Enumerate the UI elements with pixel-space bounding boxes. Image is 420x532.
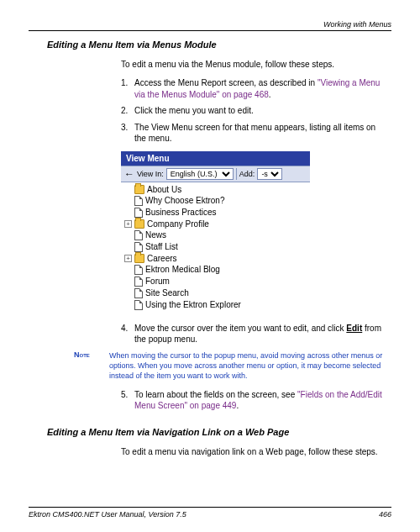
step-1: 1. Access the Menu Report screen, as des… xyxy=(121,77,383,100)
tree-item-label: Ektron Medical Blog xyxy=(145,265,220,274)
tree-spacer xyxy=(124,289,132,297)
tree-spacer xyxy=(124,243,132,250)
tree-item-label: Site Search xyxy=(145,288,189,298)
page-icon xyxy=(134,230,143,240)
section-title-2: Editing a Menu Item via Navigation Link … xyxy=(47,427,391,437)
page-footer: Ektron CMS400.NET User Manual, Version 7… xyxy=(29,507,391,519)
toolbar-divider xyxy=(236,168,237,180)
step2-text: Click the menu you want to edit. xyxy=(134,105,383,117)
tree-item-label: Staff List xyxy=(145,242,178,251)
page-icon xyxy=(134,277,143,287)
step-number: 1. xyxy=(121,77,134,100)
footer-left: Ektron CMS400.NET User Manual, Version 7… xyxy=(29,510,186,519)
expand-icon[interactable]: + xyxy=(124,255,132,262)
note-text: When moving the cursor to the popup menu… xyxy=(109,350,391,381)
step-number: 2. xyxy=(121,105,134,117)
view-menu-toolbar: ← View In: English (U.S.) Add: -sele xyxy=(121,166,310,182)
tree-spacer xyxy=(124,231,132,239)
folder-icon xyxy=(134,185,144,194)
view-menu-screenshot: View Menu ← View In: English (U.S.) Add:… xyxy=(121,151,310,314)
step1-text-post: . xyxy=(269,90,271,99)
step3-text: The View Menu screen for that menu appea… xyxy=(134,122,383,145)
step-3: 3. The View Menu screen for that menu ap… xyxy=(121,122,383,145)
expand-icon[interactable]: + xyxy=(124,220,132,228)
tree-item[interactable]: Staff List xyxy=(124,241,307,253)
view-in-label: View In: xyxy=(137,170,164,178)
tree-spacer xyxy=(124,301,132,308)
tree-item[interactable]: News xyxy=(124,229,307,241)
footer-page-number: 466 xyxy=(379,510,391,519)
folder-icon xyxy=(134,219,144,229)
step5-text-pre: To learn about the fields on the screen,… xyxy=(134,390,297,399)
page-icon xyxy=(134,208,143,218)
menu-tree: About UsWhy Choose Ektron?Business Pract… xyxy=(121,182,310,314)
tree-item-label: News xyxy=(145,230,166,240)
page-icon xyxy=(134,265,143,275)
running-header: Working with Menus xyxy=(29,20,391,29)
tree-item-label: Business Practices xyxy=(145,208,216,217)
section-title-1: Editing a Menu Item via Menus Module xyxy=(47,40,391,50)
step-number: 3. xyxy=(121,122,134,145)
tree-item[interactable]: About Us xyxy=(124,184,307,195)
step-number: 5. xyxy=(121,389,134,412)
tree-spacer xyxy=(124,266,132,273)
tree-item-label: Company Profile xyxy=(147,219,209,229)
page-icon xyxy=(134,242,143,252)
language-select[interactable]: English (U.S.) xyxy=(166,168,234,180)
page-icon xyxy=(134,288,143,298)
section1-intro: To edit a menu via the Menus module, fol… xyxy=(121,60,383,69)
note-block: Note When moving the cursor to the popup… xyxy=(29,350,391,381)
add-label: Add: xyxy=(239,170,255,178)
step-4: 4. Move the cursor over the item you wan… xyxy=(121,323,383,345)
tree-item-label: Careers xyxy=(147,254,177,263)
step1-text-pre: Access the Menu Report screen, as descri… xyxy=(134,78,318,87)
note-label: Note xyxy=(29,350,109,381)
folder-icon xyxy=(134,254,144,263)
view-menu-title: View Menu xyxy=(121,151,310,166)
tree-spacer xyxy=(124,208,132,216)
step4-text-pre: Move the cursor over the item you want t… xyxy=(134,324,346,333)
add-select[interactable]: -sele xyxy=(257,168,282,180)
step-2: 2. Click the menu you want to edit. xyxy=(121,105,383,117)
tree-item[interactable]: Site Search xyxy=(124,287,307,299)
tree-item-label: Forum xyxy=(145,277,170,286)
tree-item[interactable]: Using the Ektron Explorer xyxy=(124,299,307,311)
header-rule xyxy=(29,30,391,31)
tree-spacer xyxy=(124,186,132,193)
tree-item-label: Using the Ektron Explorer xyxy=(145,300,241,309)
tree-item-label: About Us xyxy=(147,185,181,194)
step-number: 4. xyxy=(121,323,134,345)
back-arrow-icon[interactable]: ← xyxy=(124,169,134,179)
tree-item[interactable]: +Company Profile xyxy=(124,219,307,229)
tree-item[interactable]: Business Practices xyxy=(124,207,307,219)
page-icon xyxy=(134,196,143,206)
tree-spacer xyxy=(124,277,132,285)
step4-edit-word: Edit xyxy=(346,324,362,333)
tree-item[interactable]: Forum xyxy=(124,276,307,287)
tree-item[interactable]: +Careers xyxy=(124,253,307,264)
tree-item[interactable]: Ektron Medical Blog xyxy=(124,264,307,276)
step5-text-post: . xyxy=(236,401,239,410)
tree-item[interactable]: Why Choose Ektron? xyxy=(124,195,307,207)
step-5: 5. To learn about the fields on the scre… xyxy=(121,389,383,412)
section2-intro: To edit a menu via navigation link on a … xyxy=(121,447,383,456)
footer-rule xyxy=(29,507,391,508)
page-icon xyxy=(134,300,143,310)
tree-item-label: Why Choose Ektron? xyxy=(145,196,225,205)
tree-spacer xyxy=(124,197,132,204)
